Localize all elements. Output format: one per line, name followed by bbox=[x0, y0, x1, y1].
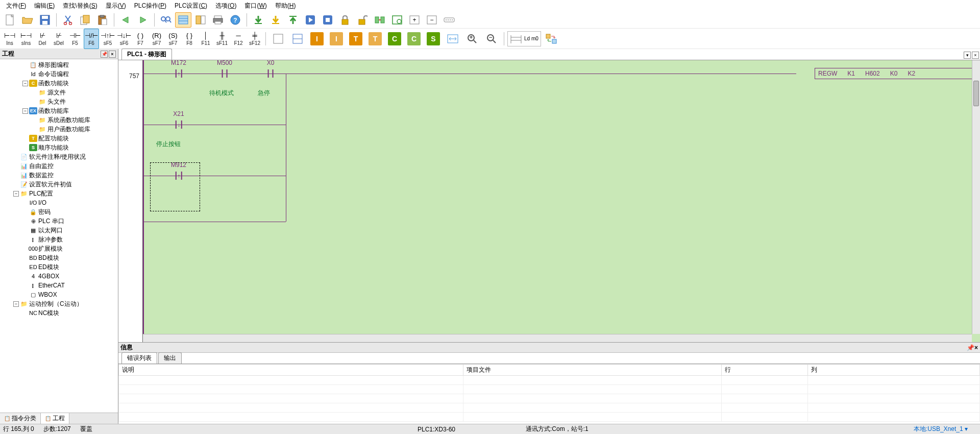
grid-row[interactable] bbox=[119, 394, 980, 403]
forward-button[interactable] bbox=[135, 12, 151, 28]
instr-sdel-button[interactable]: ⊬sDel bbox=[51, 29, 66, 49]
download-button[interactable] bbox=[250, 12, 266, 28]
new-file-button[interactable] bbox=[2, 12, 18, 28]
instr-sf5-button[interactable]: ⊣↑⊢sF5 bbox=[100, 29, 115, 49]
error-list-grid[interactable]: 说明项目文件行列 bbox=[118, 364, 980, 424]
tree-node[interactable]: S顺序功能块 bbox=[0, 143, 118, 152]
find-button[interactable] bbox=[158, 12, 174, 28]
lock-button[interactable] bbox=[337, 12, 353, 28]
instr-sf12-button[interactable]: ╪sF12 bbox=[247, 29, 262, 49]
tree-node[interactable]: 📄软元件注释/使用状况 bbox=[0, 152, 118, 161]
horizontal-scrollbar[interactable] bbox=[143, 334, 972, 342]
help-button[interactable]: ? bbox=[227, 12, 243, 28]
instr-ins-button[interactable]: ⊢⊣Ins bbox=[2, 29, 17, 49]
i2-button[interactable]: I bbox=[327, 31, 346, 46]
tree-node[interactable]: 📝设置软元件初值 bbox=[0, 180, 118, 189]
grid-column-header[interactable]: 项目文件 bbox=[463, 365, 721, 376]
menu-w[interactable]: 窗口(W) bbox=[240, 1, 271, 11]
instr-f7-button[interactable]: ( )F7 bbox=[133, 29, 148, 49]
tree-node[interactable]: −📁PLC配置 bbox=[0, 189, 118, 198]
serial-monitor-button[interactable] bbox=[441, 12, 457, 28]
info-tab[interactable]: 输出 bbox=[158, 352, 182, 364]
panel-pin-button[interactable]: 📌 bbox=[101, 51, 108, 58]
tree-node[interactable]: NCNC模块 bbox=[0, 308, 118, 318]
instr-f8-button[interactable]: { }F8 bbox=[182, 29, 197, 49]
tree-node[interactable]: 📋梯形图编程 bbox=[0, 60, 118, 69]
tree-node[interactable]: 000扩展模块 bbox=[0, 244, 118, 253]
menu-o[interactable]: 选项(O) bbox=[211, 1, 240, 11]
instr-del-button[interactable]: ⊬Del bbox=[35, 29, 50, 49]
menu-h[interactable]: 帮助(H) bbox=[271, 1, 300, 11]
info-tab[interactable]: 错误列表 bbox=[121, 352, 157, 364]
c-button[interactable]: C bbox=[385, 31, 404, 46]
stop-button[interactable] bbox=[320, 12, 336, 28]
tree-node[interactable]: BDBD模块 bbox=[0, 253, 118, 262]
tree-node[interactable]: 📁用户函数功能库 bbox=[0, 125, 118, 134]
zoom-out-ladder-button[interactable]: − bbox=[424, 12, 440, 28]
paste-button[interactable] bbox=[94, 12, 111, 28]
open-file-button[interactable] bbox=[19, 12, 36, 28]
tree-node[interactable]: T配置功能块 bbox=[0, 134, 118, 143]
menu-e[interactable]: 编辑(E) bbox=[30, 1, 59, 11]
contact-x0[interactable]: X0 bbox=[255, 67, 286, 80]
menu-v[interactable]: 显示(V) bbox=[102, 1, 130, 11]
ladder-preview-button[interactable]: Ld m0 bbox=[507, 31, 541, 46]
download-partial-button[interactable] bbox=[267, 12, 284, 28]
grid-row[interactable] bbox=[119, 413, 980, 422]
tab-dropdown-button[interactable]: ▾ bbox=[964, 52, 971, 59]
fit-width-button[interactable] bbox=[444, 31, 462, 46]
upload-button[interactable] bbox=[285, 12, 301, 28]
instr-sf11-button[interactable]: ╫sF11 bbox=[214, 29, 230, 49]
zoom-in-ladder-button[interactable]: + bbox=[406, 12, 423, 28]
grid-column-header[interactable]: 说明 bbox=[119, 365, 463, 376]
tree-node[interactable]: ▢WBOX bbox=[0, 290, 118, 299]
vertical-scrollbar[interactable] bbox=[972, 60, 980, 334]
tree-node[interactable]: 📊数据监控 bbox=[0, 171, 118, 180]
info-close-button[interactable]: × bbox=[974, 344, 978, 351]
save-button[interactable] bbox=[37, 12, 53, 28]
tree-node[interactable]: ⫿脉冲参数 bbox=[0, 235, 118, 244]
tree-node[interactable]: −📁运动控制（C运动） bbox=[0, 299, 118, 308]
grid-row[interactable] bbox=[119, 376, 980, 385]
convert-button[interactable] bbox=[542, 31, 560, 46]
s-button[interactable]: S bbox=[424, 31, 443, 46]
grid-column-header[interactable]: 列 bbox=[807, 365, 979, 376]
instr-f6-button[interactable]: ⊣/⊢F6 bbox=[84, 29, 99, 49]
tree-node[interactable]: I/OI/O bbox=[0, 198, 118, 207]
grid-column-header[interactable]: 行 bbox=[721, 365, 807, 376]
tree-node[interactable]: ⫿EtherCAT bbox=[0, 281, 118, 290]
unlock-button[interactable] bbox=[354, 12, 371, 28]
toggle-panel-button[interactable] bbox=[192, 12, 209, 28]
instr-sf7b-button[interactable]: (S)sF7 bbox=[165, 29, 181, 49]
project-tree[interactable]: 📋梯形图编程Id命令语编程−C函数功能块📁源文件📁头文件−EX函数功能库📁系统函… bbox=[0, 59, 118, 413]
status-connection[interactable]: 本地:USB_Xnet_1 ▾ bbox=[914, 425, 968, 433]
t2-button[interactable]: T bbox=[366, 31, 384, 46]
i-button[interactable]: I bbox=[308, 31, 326, 46]
zoom-out-button[interactable]: − bbox=[482, 31, 501, 46]
run-button[interactable] bbox=[302, 12, 318, 28]
tree-node[interactable]: ▦以太网口 bbox=[0, 226, 118, 235]
zoom-in-button[interactable]: + bbox=[463, 31, 481, 46]
instr-f5-button[interactable]: ⊣⊢F5 bbox=[67, 29, 83, 49]
output-instruction[interactable]: REGW K1 H602 K0 K2 bbox=[815, 68, 978, 79]
contact-x21[interactable]: X21 ↓ bbox=[163, 118, 194, 131]
grid-row[interactable] bbox=[119, 403, 980, 413]
tree-node[interactable]: 📊自由监控 bbox=[0, 161, 118, 171]
tree-node[interactable]: EDED模块 bbox=[0, 262, 118, 272]
block2-button[interactable] bbox=[288, 31, 307, 46]
panel-tab[interactable]: 📋工程 bbox=[41, 413, 69, 424]
tree-node[interactable]: 44GBOX bbox=[0, 272, 118, 281]
tree-node[interactable]: Id命令语编程 bbox=[0, 69, 118, 79]
instr-f11-button[interactable]: │F11 bbox=[198, 29, 213, 49]
ladder-view-button[interactable] bbox=[175, 12, 191, 28]
menu-f[interactable]: 文件(F) bbox=[2, 1, 30, 11]
instr-sf6-button[interactable]: ⊣↓⊢sF6 bbox=[116, 29, 132, 49]
tree-node[interactable]: 📁头文件 bbox=[0, 97, 118, 106]
menu-p[interactable]: PLC操作(P) bbox=[130, 1, 170, 11]
block-button[interactable] bbox=[269, 31, 287, 46]
ladder-editor[interactable]: 757 M172 ↑ M500 X0 bbox=[118, 60, 980, 342]
zoom-fit-button[interactable] bbox=[389, 12, 405, 28]
tree-node[interactable]: ⊕PLC 串口 bbox=[0, 216, 118, 226]
tree-node[interactable]: −EX函数功能库 bbox=[0, 106, 118, 115]
contact-m500[interactable]: M500 bbox=[209, 67, 240, 80]
